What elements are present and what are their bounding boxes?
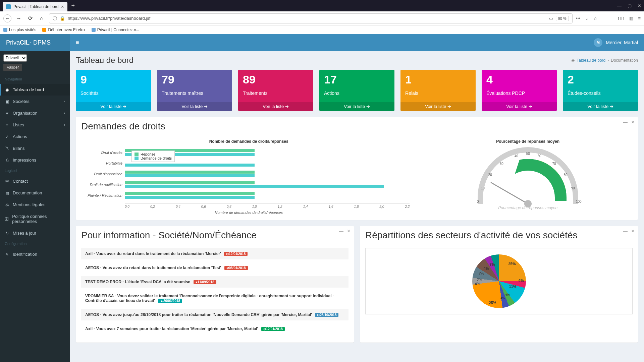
library-icon[interactable]: ⫿⫿⫿ <box>618 16 625 21</box>
brand[interactable]: PrivaCIL - DPMS <box>0 34 70 51</box>
sidebar-item[interactable]: ✓Actions <box>0 131 70 142</box>
minimize-icon[interactable]: — <box>617 3 622 8</box>
reader-mode-icon[interactable]: ▭ <box>549 16 553 21</box>
arrow-right-icon: ➔ <box>204 104 208 109</box>
sidebar-icon: ✶ <box>5 111 9 116</box>
close-panel-icon[interactable]: ✕ <box>347 229 351 234</box>
forward-button[interactable]: → <box>15 14 23 22</box>
lock-icon: 🔒 <box>60 16 65 21</box>
collapse-icon[interactable]: — <box>339 229 343 234</box>
stat-link[interactable]: Voir la liste ➔ <box>400 102 476 111</box>
close-panel-icon[interactable]: ✕ <box>631 120 635 125</box>
arrow-right-icon: ➔ <box>285 104 289 109</box>
url-bar[interactable]: ⓘ 🔒 https://www.privacil.fr/private/dash… <box>49 13 573 23</box>
bookmark-star-icon[interactable]: ☆ <box>593 16 597 21</box>
tab-title: Privacil | Tableau de bord <box>13 4 58 9</box>
stat-box: 2Études-conseilsVoir la liste ➔ <box>563 70 638 111</box>
sidebar-item[interactable]: ≡Listes‹ <box>0 119 70 131</box>
stat-box: 4Évaluations PDCPVoir la liste ➔ <box>482 70 557 111</box>
bar-demande <box>125 174 255 177</box>
new-tab-button[interactable]: + <box>71 2 75 9</box>
pie-chart: 25% 4% 11% 4% 4% 25% 4% 7% 7% 4% 7% <box>472 254 526 308</box>
info-item[interactable]: AETOS - Vous avez du retard dans le trai… <box>81 262 348 274</box>
panel-rights-title: Demandes de droits <box>81 121 165 132</box>
valider-button[interactable]: Valider <box>3 64 22 71</box>
bar-demande <box>125 164 255 167</box>
sidebar-item[interactable]: ✎Identification <box>0 248 70 260</box>
pocket-icon[interactable]: ⌄ <box>585 16 589 21</box>
sidebar-item[interactable]: ✶Organisation‹ <box>0 107 70 119</box>
sidebar-item[interactable]: ⚿Politique données personnelles <box>0 210 70 227</box>
stat-link[interactable]: Voir la liste ➔ <box>563 102 638 111</box>
info-icon[interactable]: ⓘ <box>53 15 57 21</box>
sidebar-icon: ⚖ <box>5 202 9 207</box>
date-badge: ⊘08/01/2018 <box>224 266 248 270</box>
stat-link[interactable]: Voir la liste ➔ <box>238 102 313 111</box>
more-icon[interactable]: ••• <box>576 16 581 21</box>
panel-rights: —✕ Demandes de droits Nombre de demandes… <box>76 117 638 220</box>
sidebar-section-config: Configuration <box>0 239 70 248</box>
menu-icon[interactable]: ≡ <box>638 16 641 21</box>
bar-category: Portabilité <box>82 161 125 165</box>
bar-reponse <box>125 192 255 195</box>
bar-category: Droit d'opposition <box>82 172 125 176</box>
stat-box: 17ActionsVoir la liste ➔ <box>319 70 394 111</box>
sidebar-toggle-icon[interactable]: ≡ <box>70 40 85 46</box>
date-badge: ▲20/03/2018 <box>158 299 182 303</box>
sidebar-icon[interactable]: ▥ <box>629 16 633 21</box>
close-tab-icon[interactable]: × <box>61 4 64 9</box>
stat-link[interactable]: Voir la liste ➔ <box>157 102 232 111</box>
info-item[interactable]: Axil - Vous avez 7 semaines pour traiter… <box>81 323 348 335</box>
sidebar-item[interactable]: ▤Documentation <box>0 187 70 199</box>
sidebar-icon: ↻ <box>5 231 9 236</box>
tab-favicon <box>6 4 11 9</box>
arrow-right-icon: ➔ <box>529 104 532 109</box>
panel-info-title: Pour information - Société/Nom/Échéance <box>81 230 257 241</box>
info-item[interactable]: TEST DEMO PROD - L'étude 'Essai DCA' a é… <box>81 276 348 288</box>
browser-tab[interactable]: Privacil | Tableau de bord × <box>3 2 67 11</box>
maximize-icon[interactable]: ▢ <box>628 3 632 8</box>
reload-button[interactable]: ⟳ <box>26 14 34 22</box>
date-badge: ●11/09/2018 <box>194 280 216 284</box>
sidebar-item[interactable]: ⚖Mentions légales <box>0 199 70 210</box>
stat-link[interactable]: Voir la liste ➔ <box>76 102 151 111</box>
stat-box: 89TraitementsVoir la liste ➔ <box>238 70 313 111</box>
user-menu[interactable]: M Mercier, Martial <box>594 38 638 47</box>
zoom-level[interactable]: 90 % <box>556 16 569 21</box>
date-badge: ⊘12/01/2018 <box>224 252 248 256</box>
app-header: PrivaCIL - DPMS ≡ M Mercier, Martial <box>0 34 644 51</box>
chart-legend: Réponse Demande de droits <box>131 150 175 162</box>
sidebar-item[interactable]: ⎙Impressions <box>0 154 70 166</box>
bookmark-item[interactable]: Débuter avec Firefox <box>42 27 85 32</box>
back-button[interactable]: ← <box>3 14 11 22</box>
sidebar-icon: ◉ <box>5 87 9 92</box>
bookmark-item[interactable]: Privacil | Connectez-v... <box>92 27 139 32</box>
sidebar-item[interactable]: ✉Contact <box>0 175 70 187</box>
stat-box: 1RelaisVoir la liste ➔ <box>400 70 476 111</box>
close-panel-icon[interactable]: ✕ <box>631 229 635 234</box>
sidebar-icon: 〽 <box>5 146 9 151</box>
bar-demande <box>125 196 255 199</box>
chevron-left-icon: ‹ <box>64 100 65 103</box>
info-item[interactable]: VPOMMIER SA - Vous devez valider le trai… <box>81 290 348 306</box>
close-window-icon[interactable]: ✕ <box>638 3 641 8</box>
arrow-right-icon: ➔ <box>447 104 451 109</box>
company-select[interactable]: Privacil <box>3 54 27 62</box>
home-button[interactable]: ⌂ <box>38 14 46 22</box>
collapse-icon[interactable]: — <box>623 120 628 125</box>
sidebar-item[interactable]: ↻Mises à jour <box>0 227 70 239</box>
info-item[interactable]: Axil - Vous avez du retard dans le trait… <box>81 248 348 259</box>
sidebar-item[interactable]: 〽Bilans <box>0 142 70 154</box>
user-name: Mercier, Martial <box>606 40 638 45</box>
sidebar-icon: ✎ <box>5 252 9 257</box>
collapse-icon[interactable]: — <box>623 229 628 234</box>
stat-link[interactable]: Voir la liste ➔ <box>319 102 394 111</box>
stat-link[interactable]: Voir la liste ➔ <box>482 102 557 111</box>
sidebar-item[interactable]: ◉Tableau de bord <box>0 84 70 96</box>
bookmark-item[interactable]: Les plus visités <box>3 27 36 32</box>
stat-number: 79 <box>162 74 227 85</box>
breadcrumb-home[interactable]: Tableau de bord <box>577 58 605 63</box>
bookmark-icon <box>3 28 7 32</box>
info-item[interactable]: AETOS - Vous avez jusqu'au 28/10/2018 po… <box>81 309 348 320</box>
sidebar-item[interactable]: ▣Sociétés‹ <box>0 96 70 107</box>
